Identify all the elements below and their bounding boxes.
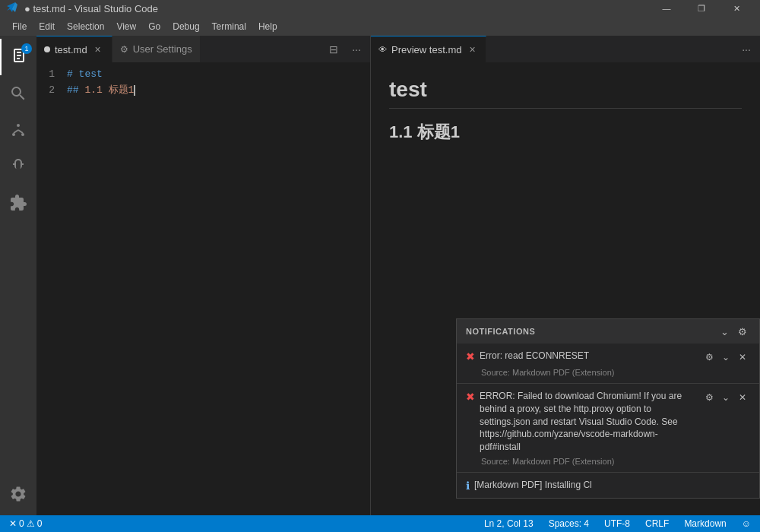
notification-expand-1[interactable]: ⌄ (718, 350, 733, 365)
left-editor: test.md × ⚙ User Settings ⊟ ··· (36, 36, 371, 515)
notification-message-1: Error: read ECONNRESET (480, 350, 697, 363)
git-icon[interactable] (0, 112, 36, 148)
notification-item-2: ✖ ERROR: Failed to download Chromium! If… (457, 384, 759, 473)
notification-settings-2[interactable]: ⚙ (701, 390, 717, 405)
files-icon[interactable]: 1 (0, 39, 36, 75)
svg-point-0 (17, 124, 20, 127)
status-position[interactable]: Ln 2, Col 13 (481, 515, 537, 532)
main-layout: 1 (0, 36, 760, 515)
search-icon[interactable] (0, 75, 36, 112)
error-icon-2: ✖ (466, 391, 475, 403)
status-line-ending[interactable]: CRLF (642, 515, 672, 532)
menu-help[interactable]: Help (252, 17, 283, 36)
left-editor-tabs: test.md × ⚙ User Settings ⊟ ··· (36, 36, 370, 62)
code-line-1: 1 # test (36, 68, 363, 83)
notifications-header-actions: ⌄ ⚙ (717, 324, 750, 339)
svg-point-2 (21, 133, 24, 136)
menu-terminal[interactable]: Terminal (206, 17, 252, 36)
notification-source-2: Source: Markdown PDF (Extension) (481, 457, 750, 466)
notifications-panel: NOTIFICATIONS ⌄ ⚙ ✖ Error: read ECONNRES… (456, 318, 760, 499)
tab-close-button[interactable]: × (92, 43, 104, 55)
notifications-header: NOTIFICATIONS ⌄ ⚙ (457, 319, 759, 344)
language-text: Markdown (684, 518, 726, 529)
tab-icon: ⚙ (120, 44, 128, 55)
status-language[interactable]: Markdown (681, 515, 729, 532)
error-count: 0 (19, 518, 24, 529)
menu-edit[interactable]: Edit (33, 17, 61, 36)
status-feedback[interactable]: ☺ (739, 515, 754, 532)
svg-line-3 (14, 130, 18, 133)
error-icon-1: ✖ (466, 350, 475, 363)
more-actions-button[interactable]: ··· (346, 39, 367, 60)
tab-close-preview[interactable]: × (466, 43, 478, 55)
notifications-title: NOTIFICATIONS (466, 327, 535, 336)
notification-message-3: [Markdown PDF] Installing Cl (474, 479, 750, 492)
menu-go[interactable]: Go (142, 17, 166, 36)
tab-bar-actions: ⊟ ··· (323, 36, 370, 62)
warning-icon: ⚠ (27, 518, 35, 529)
menu-debug[interactable]: Debug (166, 17, 205, 36)
title-bar-controls: — ❐ ✕ (649, 0, 754, 17)
right-editor: 👁 Preview test.md × ··· test 1.1 标题1 NOT… (371, 36, 760, 515)
warning-count: 0 (37, 518, 43, 529)
code-editor[interactable]: 1 # test 2 ## 1.1 标题1 (36, 62, 363, 515)
status-errors[interactable]: ✕ 0 ⚠ 0 (6, 515, 45, 532)
notification-item-1: ✖ Error: read ECONNRESET ⚙ ⌄ ✕ Source: M… (457, 344, 759, 384)
close-button[interactable]: ✕ (719, 0, 754, 17)
title-bar: ● test.md - Visual Studio Code — ❐ ✕ (0, 0, 760, 17)
editors-container: test.md × ⚙ User Settings ⊟ ··· (36, 36, 760, 515)
code-line-2: 2 ## 1.1 标题1 (36, 83, 363, 97)
tab-preview[interactable]: 👁 Preview test.md × (371, 36, 486, 62)
settings-icon[interactable] (0, 476, 36, 512)
status-spaces[interactable]: Spaces: 4 (546, 515, 592, 532)
tab-modified-dot (44, 46, 50, 52)
spaces-text: Spaces: 4 (549, 518, 589, 529)
text-cursor (134, 85, 135, 96)
info-icon-3: ℹ (466, 480, 470, 492)
app-icon (6, 2, 18, 16)
maximize-button[interactable]: ❐ (684, 0, 719, 17)
status-bar: ✕ 0 ⚠ 0 Ln 2, Col 13 Spaces: 4 UTF-8 CRL… (0, 515, 760, 532)
notification-message-2: ERROR: Failed to download Chromium! If y… (480, 390, 697, 454)
status-encoding[interactable]: UTF-8 (601, 515, 633, 532)
line-ending-text: CRLF (645, 518, 669, 529)
tab-label: User Settings (133, 43, 192, 55)
status-bar-left: ✕ 0 ⚠ 0 (6, 515, 45, 532)
activity-bar-bottom (0, 476, 36, 515)
minimize-button[interactable]: — (649, 0, 684, 17)
encoding-text: UTF-8 (604, 518, 630, 529)
position-text: Ln 2, Col 13 (484, 518, 534, 529)
notification-actions-2: ⚙ ⌄ ✕ (701, 390, 750, 405)
menu-view[interactable]: View (110, 17, 142, 36)
right-editor-tabs: 👁 Preview test.md × ··· (371, 36, 760, 62)
split-editor-button[interactable]: ⊟ (323, 39, 344, 60)
tab-user-settings[interactable]: ⚙ User Settings (112, 36, 201, 62)
notifications-settings-button[interactable]: ⚙ (735, 324, 750, 339)
notification-close-1[interactable]: ✕ (735, 350, 750, 365)
notification-settings-1[interactable]: ⚙ (701, 350, 717, 365)
debug-icon[interactable] (0, 148, 36, 185)
activity-bar: 1 (0, 36, 36, 515)
preview-h1: test (389, 78, 742, 109)
preview-content: test 1.1 标题1 NOTIFICATIONS ⌄ ⚙ (371, 62, 760, 515)
feedback-icon: ☺ (742, 518, 751, 529)
notification-close-2[interactable]: ✕ (735, 390, 750, 405)
error-icon: ✕ (9, 518, 17, 529)
preview-more-actions[interactable]: ··· (736, 39, 757, 60)
menu-selection[interactable]: Selection (61, 17, 110, 36)
menu-bar: File Edit Selection View Go Debug Termin… (0, 17, 760, 36)
right-tab-actions: ··· (736, 36, 760, 62)
notifications-collapse-button[interactable]: ⌄ (717, 324, 732, 339)
menu-file[interactable]: File (6, 17, 33, 36)
tab-test-md[interactable]: test.md × (36, 36, 112, 62)
editor-scrollbar (363, 62, 370, 515)
title-bar-title: ● test.md - Visual Studio Code (24, 3, 158, 14)
editor-area: test.md × ⚙ User Settings ⊟ ··· (36, 36, 760, 515)
notification-source-1: Source: Markdown PDF (Extension) (481, 368, 750, 377)
preview-h2: 1.1 标题1 (389, 121, 742, 144)
extensions-icon[interactable] (0, 185, 36, 221)
tab-label: test.md (55, 44, 87, 55)
status-bar-right: Ln 2, Col 13 Spaces: 4 UTF-8 CRLF Markdo… (481, 515, 754, 532)
notification-expand-2[interactable]: ⌄ (718, 390, 733, 405)
svg-line-4 (18, 130, 23, 133)
